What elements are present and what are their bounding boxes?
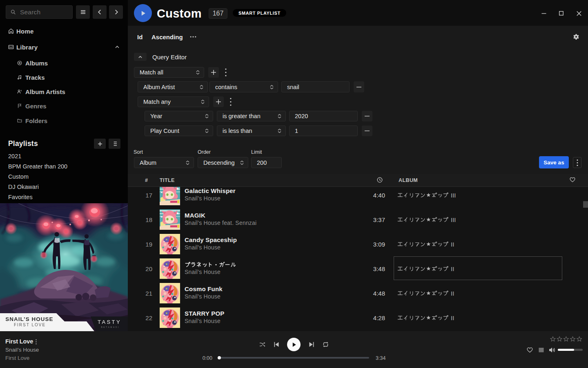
svg-text:FIRST LOVE: FIRST LOVE xyxy=(14,323,46,327)
svg-text:BETAMAXI: BETAMAXI xyxy=(101,326,120,328)
svg-text:SNAIL’S HOUSE: SNAIL’S HOUSE xyxy=(5,316,53,322)
svg-text:TASTY: TASTY xyxy=(98,319,121,325)
